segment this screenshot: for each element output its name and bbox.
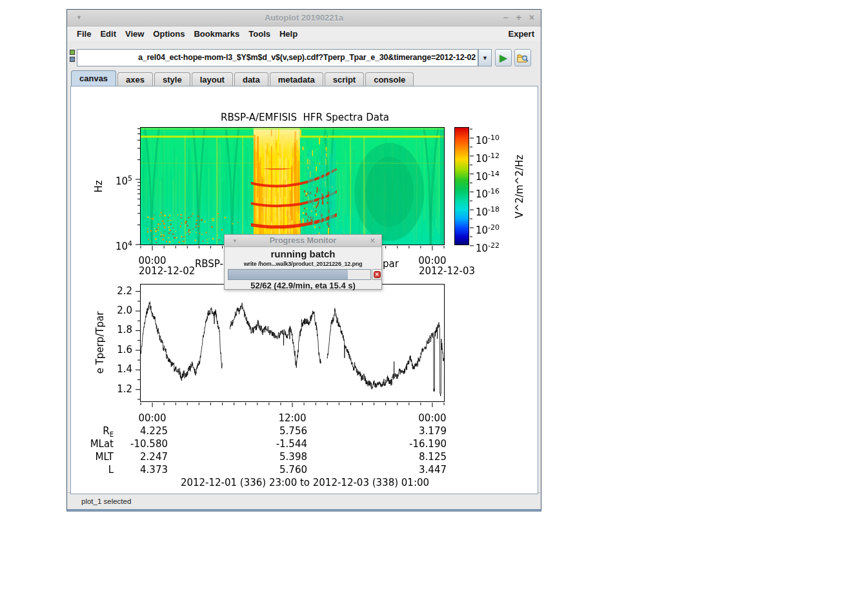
progress-dialog-titlebar[interactable]: ▼ Progress Monitor × <box>225 235 381 247</box>
colorbar-tick-label: 10-20 <box>476 222 514 236</box>
progress-bar <box>228 269 371 280</box>
ephemeris-value: 5.756 <box>243 426 307 437</box>
combo-dropdown-icon: ▼ <box>482 55 488 61</box>
progress-status-label: 52/62 (42.9/min, eta 15.4 s) <box>225 281 381 290</box>
statusbar: plot_1 selected <box>67 492 541 509</box>
timeseries-plot-canvas[interactable] <box>141 285 444 401</box>
stop-batch-button[interactable]: ✕ <box>372 269 382 280</box>
datasource-green-square-icon <box>70 50 75 55</box>
ephemeris-value: 3.447 <box>382 465 447 476</box>
timeseries-ylabel: e Tperp/Tpar <box>95 291 106 394</box>
ephemeris-value: -16.190 <box>382 439 447 450</box>
tab-data[interactable]: data <box>234 72 268 86</box>
spectrogram-title: RBSP-A/EMFISIS HFR Spectra Data <box>72 112 537 123</box>
ephemeris-row-label: MLT <box>72 452 114 463</box>
spectrogram-ylabel: Hz <box>94 141 105 232</box>
timeseries-plot-frame <box>140 284 445 402</box>
time-tick-label: 00:00 <box>133 413 172 424</box>
dialog-menu-icon[interactable]: ▼ <box>232 238 237 244</box>
tab-style[interactable]: style <box>154 72 190 86</box>
tab-canvas[interactable]: canvas <box>71 70 116 86</box>
maximize-button[interactable]: + <box>516 12 521 23</box>
menu-help[interactable]: Help <box>275 28 302 40</box>
axis-tick-label: 1.4 <box>106 364 132 375</box>
ephemeris-value: 4.373 <box>103 465 168 476</box>
ephemeris-value: -10.580 <box>103 439 168 450</box>
ephemeris-row-label: MLat <box>72 439 114 450</box>
colorbar-tick-label: 10-12 <box>476 150 514 165</box>
tab-layout[interactable]: layout <box>192 72 233 86</box>
minimize-button[interactable]: – <box>503 12 509 23</box>
axis-tick-label: 2.2 <box>106 286 132 297</box>
menu-bookmarks[interactable]: Bookmarks <box>189 28 244 40</box>
spectrogram-plot-canvas[interactable] <box>141 128 444 245</box>
datasource-blue-square-icon <box>70 57 75 62</box>
axis-tick-label: 1.2 <box>106 384 132 395</box>
stop-icon: ✕ <box>374 271 381 278</box>
window-menu-icon[interactable]: ▼ <box>76 14 82 21</box>
colorbar-label: V^2/m^2/Hz <box>514 141 526 232</box>
axis-tick-label: 1.8 <box>106 325 132 336</box>
axis-tick-label: 2.0 <box>106 305 132 316</box>
hidden-caption-right-fragment: par <box>383 259 399 270</box>
expert-menu[interactable]: Expert <box>509 29 536 39</box>
progress-bar-fill <box>228 270 348 279</box>
menu-tools[interactable]: Tools <box>244 28 275 40</box>
menu-items: FileEditViewOptionsBookmarksToolsHelp <box>72 28 302 39</box>
time-tick-label: 12:00 <box>273 413 312 424</box>
ephemeris-value: 3.179 <box>382 426 447 437</box>
window-titlebar[interactable]: ▼ Autoplot 20190221a – + × <box>67 10 541 26</box>
colorbar-tick-label: 10-22 <box>476 240 514 254</box>
progress-dialog-title: Progress Monitor <box>225 236 381 245</box>
play-icon: ▶ <box>500 52 507 64</box>
ephemeris-value: 5.760 <box>243 465 307 476</box>
ephemeris-value: 4.225 <box>103 426 168 437</box>
hidden-caption-left-fragment: RBSP- <box>159 259 223 270</box>
uri-dropdown-button[interactable]: ▼ <box>478 49 492 66</box>
autoplot-window: ▼ Autoplot 20190221a – + × FileEditViewO… <box>66 9 541 512</box>
go-button[interactable]: ▶ <box>495 49 512 66</box>
folder-search-icon <box>517 53 529 63</box>
date-tick-label: 2012-12-03 <box>419 266 490 277</box>
ephemeris-value: 2.247 <box>103 452 168 463</box>
axis-tick-label: 1.6 <box>106 345 132 356</box>
close-button[interactable]: × <box>529 12 534 23</box>
menu-edit[interactable]: Edit <box>96 28 121 40</box>
colorbar-tick-label: 10-18 <box>476 204 514 218</box>
colorbar-tick-label: 10-10 <box>476 132 514 146</box>
progress-monitor-dialog: ▼ Progress Monitor × running batch write… <box>224 234 382 290</box>
menu-view[interactable]: View <box>121 28 148 40</box>
canvas-tab-panel: RBSP-A/EMFISIS HFR Spectra Data 10410500… <box>70 86 538 494</box>
time-tick-label: 00:00 <box>413 413 452 424</box>
tab-console[interactable]: console <box>365 72 414 86</box>
status-message: plot_1 selected <box>67 497 131 505</box>
progress-detail-label: write /hom...walk3/product_20121226_12.p… <box>225 261 381 267</box>
time-range-footer: 2012-12-01 (336) 23:00 to 2012-12-03 (33… <box>72 477 537 488</box>
dialog-close-icon[interactable]: × <box>370 235 375 245</box>
ephemeris-value: 8.125 <box>382 452 447 463</box>
ephemeris-value: 5.398 <box>243 452 307 463</box>
colorbar-tick-label: 10-16 <box>476 186 514 200</box>
tab-metadata[interactable]: metadata <box>270 72 323 86</box>
tab-axes[interactable]: axes <box>117 72 153 86</box>
colorbar-tick-label: 10-14 <box>476 168 514 183</box>
ephemeris-value: -1.544 <box>243 439 307 450</box>
menu-file[interactable]: File <box>72 28 96 40</box>
ephemeris-row-label: L <box>72 465 114 476</box>
menu-options[interactable]: Options <box>148 28 189 40</box>
time-tick-label: 00:00 <box>413 255 452 266</box>
inspect-uri-button[interactable] <box>514 49 531 66</box>
menubar: FileEditViewOptionsBookmarksToolsHelp Ex… <box>67 26 541 41</box>
ephemeris-row-label: RE <box>72 426 114 440</box>
progress-task-label: running batch <box>225 248 381 259</box>
tab-script[interactable]: script <box>325 72 364 86</box>
axis-tick-label: 105 <box>104 173 132 187</box>
tab-bar: canvasaxesstylelayoutdatametadatascriptc… <box>67 70 541 86</box>
axis-tick-label: 104 <box>104 238 132 252</box>
plot-canvas-area: RBSP-A/EMFISIS HFR Spectra Data 10410500… <box>72 87 537 493</box>
spectrogram-plot-frame <box>140 127 445 245</box>
uri-input[interactable]: a_rel04_ect-hope-mom-l3_$Y$m$d_v$(v,sep)… <box>77 49 478 66</box>
window-title: Autoplot 20190221a <box>67 13 541 23</box>
uri-toolbar: a_rel04_ect-hope-mom-l3_$Y$m$d_v$(v,sep)… <box>67 41 541 70</box>
colorbar <box>454 127 469 245</box>
